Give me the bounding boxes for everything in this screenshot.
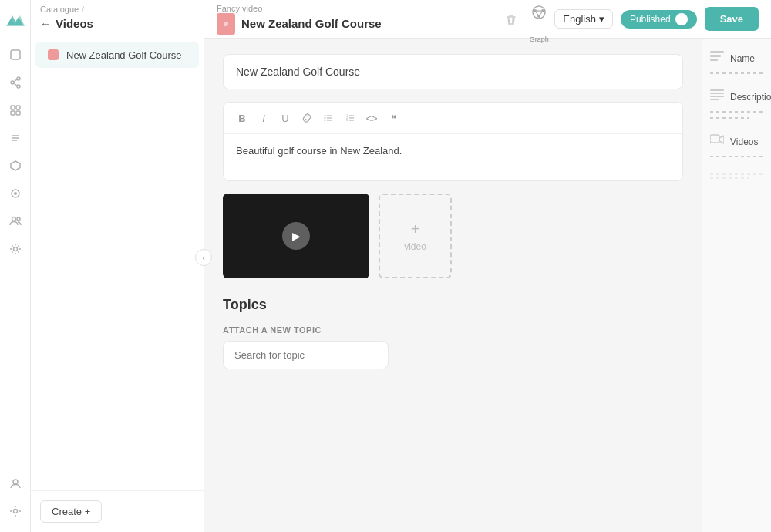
sidebar-item-label: New Zealand Golf Course <box>66 49 182 61</box>
published-label: Published <box>630 14 671 25</box>
people-icon[interactable] <box>4 210 27 233</box>
description-dashed-line <box>710 111 764 113</box>
content-body: New Zealand Golf Course B I U 123 <box>204 39 771 532</box>
svg-rect-9 <box>16 111 20 115</box>
published-toggle[interactable]: Published <box>621 10 697 29</box>
editor-area: New Zealand Golf Course B I U 123 <box>204 39 702 532</box>
description-icon <box>710 89 726 105</box>
user-icon[interactable] <box>4 472 27 495</box>
svg-rect-49 <box>710 99 719 100</box>
right-panel: Name Description <box>702 39 771 532</box>
code-button[interactable]: <> <box>362 109 381 127</box>
svg-point-17 <box>13 247 17 251</box>
video-file-icon-top <box>217 13 235 35</box>
italic-button[interactable]: I <box>254 109 273 127</box>
video-player[interactable]: ▶ <box>223 194 369 278</box>
videos-row: ▶ + video <box>223 194 683 278</box>
topic-search-input[interactable] <box>223 341 389 369</box>
fancy-video-label: Fancy video <box>217 4 382 13</box>
panel-name-row: Name <box>710 51 755 66</box>
svg-rect-8 <box>11 111 15 115</box>
ul-button[interactable] <box>319 109 338 127</box>
description-dashed-line-2 <box>710 117 749 119</box>
app-logo <box>5 9 26 31</box>
svg-point-36 <box>325 120 326 121</box>
sidebar-collapse-button[interactable]: ‹ <box>195 249 212 266</box>
play-button[interactable]: ▶ <box>282 222 310 250</box>
create-button[interactable]: Create + <box>40 500 102 523</box>
link-button[interactable] <box>298 109 316 127</box>
svg-point-18 <box>13 480 18 484</box>
back-button[interactable]: ← <box>40 18 51 30</box>
panel-name-section: Name <box>710 51 763 74</box>
ol-button[interactable]: 123 <box>341 109 359 127</box>
main-content: Fancy video New Zealand Golf Course Grap… <box>204 0 771 532</box>
svg-point-2 <box>17 77 20 80</box>
videos-icon <box>710 134 726 150</box>
svg-line-5 <box>14 83 17 86</box>
breadcrumb: Catalogue <box>40 5 79 14</box>
language-label: English <box>563 13 596 25</box>
svg-rect-0 <box>11 50 20 59</box>
settings-icon[interactable] <box>4 237 27 261</box>
svg-rect-50 <box>710 135 719 143</box>
graph-button[interactable]: Graph <box>531 5 547 34</box>
videos-dashed-line <box>710 156 764 157</box>
sidebar-footer: Create + <box>31 490 204 532</box>
toggle-circle <box>675 13 688 25</box>
language-select[interactable]: English ▾ <box>554 9 613 29</box>
icon-rail <box>0 0 31 532</box>
home-icon[interactable] <box>4 43 27 66</box>
attach-label: ATTACH A NEW TOPIC <box>223 325 683 335</box>
svg-rect-45 <box>710 59 718 61</box>
box-icon[interactable] <box>4 154 27 177</box>
save-button[interactable]: Save <box>705 7 759 31</box>
svg-rect-44 <box>710 55 721 57</box>
svg-text:3: 3 <box>346 118 348 122</box>
svg-point-35 <box>325 117 326 119</box>
topics-title: Topics <box>223 297 683 313</box>
name-dashed-line <box>710 72 764 74</box>
name-icon <box>710 51 726 66</box>
panel-description-section: Description <box>710 89 763 119</box>
topbar-actions: Graph English ▾ Published Save <box>499 5 759 34</box>
topics-section: Topics ATTACH A NEW TOPIC <box>223 297 683 369</box>
video-title: New Zealand Golf Course <box>241 17 382 30</box>
video-add-slot[interactable]: + video <box>379 194 452 278</box>
panel-videos-section: Videos <box>710 134 763 185</box>
sidebar-list: New Zealand Golf Course <box>31 35 204 490</box>
delete-button[interactable] <box>499 7 524 32</box>
svg-line-29 <box>536 12 538 15</box>
plus-icon: + <box>411 221 420 238</box>
panel-videos-label: Videos <box>730 136 758 147</box>
svg-line-30 <box>540 12 542 15</box>
svg-rect-43 <box>710 51 724 53</box>
topbar: Fancy video New Zealand Golf Course Grap… <box>204 0 771 39</box>
list-icon[interactable] <box>4 126 27 150</box>
svg-rect-46 <box>710 89 724 91</box>
description-text: Beautiful golf course in New Zealand. <box>236 145 402 157</box>
description-content[interactable]: Beautiful golf course in New Zealand. <box>224 134 682 180</box>
sidebar: Catalogue / ← Videos New Zealand Golf Co… <box>31 0 204 532</box>
grid-icon[interactable] <box>4 99 27 122</box>
gear-bottom-icon[interactable] <box>4 500 27 523</box>
quote-button[interactable]: ❝ <box>384 109 402 127</box>
svg-line-4 <box>14 79 17 82</box>
name-field[interactable]: New Zealand Golf Course <box>223 54 683 89</box>
svg-rect-7 <box>16 106 20 109</box>
bold-button[interactable]: B <box>233 109 251 127</box>
svg-rect-6 <box>11 106 15 109</box>
share-icon[interactable] <box>4 71 27 94</box>
svg-point-3 <box>17 85 20 88</box>
video-add-label: video <box>404 241 426 252</box>
underline-button[interactable]: U <box>276 109 295 127</box>
refresh-icon[interactable] <box>4 182 27 205</box>
name-value: New Zealand Golf Course <box>236 66 360 78</box>
svg-point-15 <box>12 217 15 221</box>
panel-videos-row: Videos <box>710 134 758 150</box>
video-file-icon <box>46 48 60 62</box>
svg-rect-48 <box>710 96 724 97</box>
editor-toolbar: B I U 123 <> ❝ <box>224 103 682 134</box>
bottom-icons <box>4 472 27 523</box>
sidebar-item-nzgc[interactable]: New Zealand Golf Course <box>35 42 199 68</box>
